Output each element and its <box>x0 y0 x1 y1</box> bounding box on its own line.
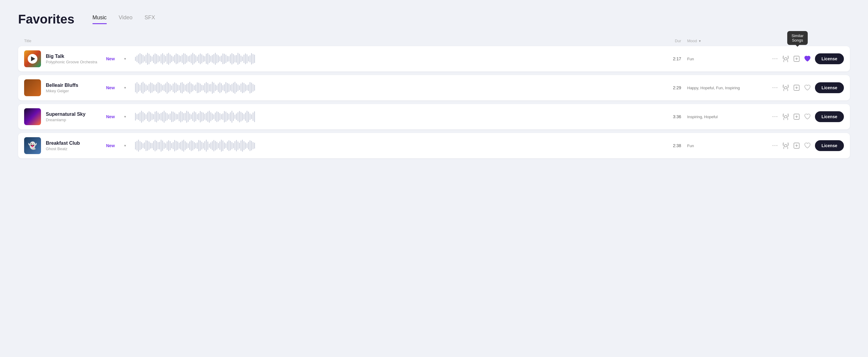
track-artist: Polyphonic Groove Orchestra <box>46 60 106 64</box>
new-tag[interactable]: New <box>106 56 124 61</box>
track-artist: Mikey Geiger <box>46 89 106 93</box>
track-duration: 2:17 <box>669 56 687 61</box>
tab-music[interactable]: Music <box>93 14 107 24</box>
similar-songs-tooltip: SimilarSongs <box>787 31 808 45</box>
track-actions: ··· <box>766 53 844 64</box>
table-header: Title Dur Mood ▾ <box>18 36 850 46</box>
track-name: Big Talk <box>46 54 106 59</box>
mood-sort-chevron[interactable]: ▾ <box>699 39 701 43</box>
more-options-icon[interactable]: ··· <box>772 85 778 90</box>
new-tag[interactable]: New <box>106 114 124 119</box>
license-button[interactable]: License <box>815 140 844 151</box>
svg-point-0 <box>784 58 787 60</box>
waveform[interactable] <box>135 140 664 152</box>
track-info: Breakfast Club Ghost Beatz <box>46 141 106 151</box>
tab-sfx[interactable]: SFX <box>144 14 155 24</box>
track-artist: Ghost Beatz <box>46 147 106 151</box>
track-info: Belleair Bluffs Mikey Geiger <box>46 83 106 93</box>
track-name: Breakfast Club <box>46 141 106 146</box>
more-options-icon[interactable]: ··· <box>772 114 778 119</box>
page-title: Favorites <box>18 12 74 27</box>
add-to-playlist-icon[interactable] <box>793 84 800 91</box>
similar-songs-icon[interactable] <box>782 113 789 120</box>
track-info: Supernatural Sky Dreamlamp <box>46 112 106 122</box>
track-duration: 3:36 <box>669 114 687 119</box>
favorite-heart-icon[interactable] <box>804 84 811 91</box>
col-header-title: Title <box>24 38 31 43</box>
add-to-playlist-icon[interactable] <box>793 113 800 120</box>
favorite-heart-icon[interactable] <box>804 113 811 120</box>
track-actions: ··· <box>766 82 844 93</box>
new-tag[interactable]: New <box>106 143 124 148</box>
waveform[interactable] <box>135 111 664 123</box>
track-mood: Fun <box>687 144 766 148</box>
ghost-icon: 👻 <box>28 141 37 150</box>
col-header-mood[interactable]: Mood <box>687 38 697 43</box>
play-icon <box>31 56 35 61</box>
track-mood: Happy, Hopeful, Fun, Inspiring <box>687 86 766 90</box>
expand-chevron[interactable]: ▾ <box>124 115 130 119</box>
track-actions: ··· <box>766 111 844 122</box>
svg-point-8 <box>784 116 787 118</box>
track-row-big-talk: SimilarSongs Big Talk Polyphonic Groove … <box>18 46 850 71</box>
tab-nav: Music Video SFX <box>93 14 155 24</box>
license-button[interactable]: License <box>815 53 844 64</box>
add-to-playlist-icon[interactable] <box>793 56 800 62</box>
track-name: Belleair Bluffs <box>46 83 106 88</box>
track-thumbnail[interactable] <box>24 50 41 67</box>
track-duration: 2:29 <box>669 85 687 90</box>
svg-point-4 <box>784 87 787 89</box>
similar-songs-icon[interactable] <box>782 56 789 62</box>
new-tag[interactable]: New <box>106 85 124 90</box>
svg-point-12 <box>784 144 787 147</box>
track-duration: 2:38 <box>669 143 687 148</box>
add-to-playlist-icon[interactable] <box>793 142 800 149</box>
track-thumbnail[interactable] <box>24 108 41 125</box>
waveform[interactable] <box>135 82 664 94</box>
col-header-duration: Dur <box>675 38 681 43</box>
waveform[interactable] <box>135 53 664 65</box>
license-button[interactable]: License <box>815 82 844 93</box>
more-options-icon[interactable]: ··· <box>772 56 778 61</box>
expand-chevron[interactable]: ▾ <box>124 57 130 61</box>
license-button[interactable]: License <box>815 111 844 122</box>
track-artist: Dreamlamp <box>46 118 106 122</box>
play-overlay[interactable] <box>24 50 41 67</box>
favorite-heart-icon[interactable] <box>804 142 811 149</box>
more-options-icon[interactable]: ··· <box>772 143 778 148</box>
track-mood: Inspiring, Hopeful <box>687 115 766 119</box>
favorite-heart-icon[interactable] <box>804 56 811 62</box>
expand-chevron[interactable]: ▾ <box>124 144 130 148</box>
track-mood: Fun <box>687 57 766 61</box>
track-name: Supernatural Sky <box>46 112 106 117</box>
tracks-list: SimilarSongs Big Talk Polyphonic Groove … <box>18 46 850 158</box>
play-circle <box>28 54 37 64</box>
track-thumbnail[interactable] <box>24 79 41 96</box>
similar-songs-icon[interactable] <box>782 142 789 149</box>
track-row-belleair-bluffs: Belleair Bluffs Mikey Geiger New ▾ 2:29 … <box>18 75 850 100</box>
track-actions: ··· <box>766 140 844 151</box>
similar-songs-icon[interactable] <box>782 84 789 91</box>
tab-video[interactable]: Video <box>119 14 133 24</box>
track-row-breakfast-club: 👻 Breakfast Club Ghost Beatz New ▾ 2:38 … <box>18 133 850 158</box>
track-thumbnail[interactable]: 👻 <box>24 137 41 154</box>
track-row-supernatural-sky: Supernatural Sky Dreamlamp New ▾ 3:36 In… <box>18 104 850 129</box>
expand-chevron[interactable]: ▾ <box>124 86 130 90</box>
track-info: Big Talk Polyphonic Groove Orchestra <box>46 54 106 64</box>
